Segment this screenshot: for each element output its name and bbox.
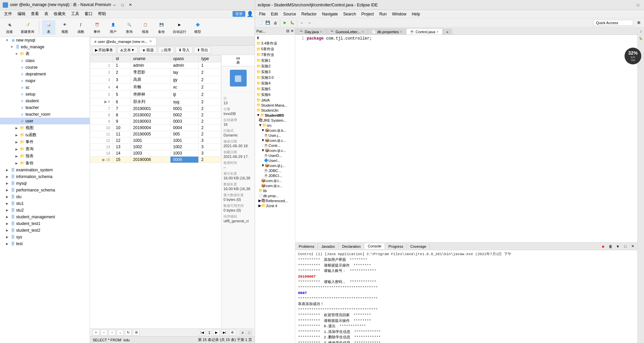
eclipse-tool-debug[interactable]: 🐛: [289, 19, 296, 26]
cell-type[interactable]: 2: [198, 76, 221, 83]
bottom-tab-coverage[interactable]: Coverage: [407, 244, 430, 249]
cell-id[interactable]: 15: [113, 157, 130, 163]
filter-btn[interactable]: ▼ 筛选: [139, 47, 157, 54]
cell-uname[interactable]: 20190004: [130, 125, 170, 131]
cell-upass[interactable]: 0006: [170, 157, 198, 163]
cell-uname[interactable]: 20190006: [130, 157, 170, 163]
cell-uname[interactable]: 李思影: [130, 69, 170, 76]
next-row-btn[interactable]: ↓: [117, 330, 123, 336]
eclipse-tool-new[interactable]: 📄: [257, 19, 264, 26]
cell-upass[interactable]: 0003: [170, 118, 198, 125]
page-settings-btn[interactable]: ⚙: [229, 330, 236, 336]
cell-id[interactable]: 2: [113, 69, 130, 76]
eclipse-menu-window[interactable]: Window: [389, 11, 409, 17]
toolbar-newquery-btn[interactable]: 📝 新建查询: [19, 20, 36, 35]
cell-type[interactable]: 2: [198, 83, 221, 91]
table-row[interactable]: 1414100310033: [90, 150, 221, 157]
pkg-item-exp6[interactable]: 📁 实验6: [256, 92, 294, 98]
cell-upass[interactable]: 0004: [170, 125, 198, 131]
cell-type[interactable]: 2: [198, 98, 221, 106]
table-row[interactable]: 882019000200022: [90, 112, 221, 118]
pkg-item-5[interactable]: 📁 5章作业: [256, 46, 294, 52]
cell-upass[interactable]: tjl: [170, 91, 198, 98]
table-row[interactable]: 22李思影lay2: [90, 69, 221, 76]
navicat-maximize-btn[interactable]: □: [119, 2, 126, 8]
cell-uname[interactable]: 1003: [130, 150, 170, 157]
table-row[interactable]: 11adminadmin1: [90, 62, 221, 69]
table-row[interactable]: 772019000100012: [90, 106, 221, 112]
cell-id[interactable]: 12: [113, 137, 130, 144]
form-view-btn[interactable]: □: [246, 330, 252, 335]
toolbar-backup-btn[interactable]: 💾 备份: [155, 20, 168, 35]
cell-uname[interactable]: 20190001: [130, 106, 170, 112]
table-row[interactable]: ▶ 15152019000600062: [90, 157, 221, 163]
cell-uname[interactable]: 20190002: [130, 112, 170, 118]
toolbar-table-btn[interactable]: 📊 表: [42, 20, 55, 35]
console-stop-btn[interactable]: ■: [600, 243, 606, 250]
eclipse-tool-print[interactable]: 🖨: [272, 19, 279, 26]
tree-queries-group[interactable]: ▶ 📁 查询: [0, 146, 90, 153]
cell-uname[interactable]: 肖畅: [130, 83, 170, 91]
cell-type[interactable]: 3: [198, 137, 221, 144]
cell-type[interactable]: 2: [198, 112, 221, 118]
pkg-item-src[interactable]: ▼📁 src: [256, 123, 294, 128]
pkg-item-jre[interactable]: 📚 JRE System...: [256, 118, 294, 123]
cell-type[interactable]: 3: [198, 144, 221, 150]
cell-upass[interactable]: 1003: [170, 150, 198, 157]
tree-table-teacher[interactable]: ≡ teacher: [0, 104, 90, 111]
pkg-explorer-close-icon[interactable]: ✕: [291, 29, 294, 33]
eclipse-menu-navigate[interactable]: Navigate: [319, 11, 340, 17]
tree-stu1[interactable]: ▶ 🗄 stu1: [0, 200, 90, 207]
tree-db[interactable]: ▼ 🗄 edu_manage: [0, 44, 90, 50]
editor-tab-more[interactable]: »: [443, 29, 452, 35]
cell-uname[interactable]: admin: [130, 62, 170, 69]
close-icon-dbprop[interactable]: ✕: [400, 30, 402, 34]
table-row[interactable]: 1111201900050052: [90, 131, 221, 137]
menu-edit[interactable]: 编辑: [15, 10, 28, 17]
cell-uname[interactable]: 1001: [130, 137, 170, 144]
cell-uname[interactable]: 1002: [130, 144, 170, 150]
bottom-tab-progress[interactable]: Progress: [385, 244, 407, 249]
tree-mysql[interactable]: ▶ 🗄 mysql: [0, 180, 90, 187]
tab-user-table[interactable]: ≡ user @edu_manage (new m... ✕: [90, 38, 156, 45]
cell-uname[interactable]: 20190003: [130, 118, 170, 125]
toolbar-event-btn[interactable]: ⏰ 事件: [90, 20, 104, 35]
cell-type[interactable]: 3: [198, 150, 221, 157]
tree-sys[interactable]: ▶ 🗄 sys: [0, 234, 90, 240]
first-page-btn[interactable]: |◀: [199, 330, 206, 336]
toolbar-query-btn[interactable]: 🔍 查询: [122, 20, 136, 35]
pkg-item-comtjlb[interactable]: ▼📦 com.tjl.b...: [256, 128, 294, 133]
tab-close-icon[interactable]: ✕: [149, 39, 152, 44]
cell-id[interactable]: 5: [113, 91, 130, 98]
pkg-item-exp2[interactable]: 📁 实验2: [256, 63, 294, 69]
pkg-item-studentms[interactable]: 📁 Student-Mana...: [256, 103, 294, 108]
next-page-btn[interactable]: ▶: [213, 330, 220, 336]
tree-table-student[interactable]: ≡ student: [0, 98, 90, 104]
eclipse-menu-project[interactable]: Project: [359, 11, 377, 17]
editor-tab-day[interactable]: ☕ Day.java ✕: [295, 28, 326, 35]
cell-id[interactable]: 8: [113, 112, 130, 118]
pkg-item-useri[interactable]: 🔷 UserI...: [256, 158, 294, 163]
tree-backups-group[interactable]: ▶ 📁 备份: [0, 160, 90, 167]
close-icon-day[interactable]: ✕: [320, 30, 323, 34]
quick-access-input[interactable]: Quick Access: [593, 20, 633, 26]
sort-btn[interactable]: ↕ 排序: [158, 47, 174, 54]
cell-upass[interactable]: 1001: [170, 137, 198, 144]
export-btn[interactable]: ⬆ 导出: [194, 47, 211, 54]
close-icon-control[interactable]: ✕: [436, 30, 439, 34]
cell-upass[interactable]: admin: [170, 62, 198, 69]
cell-upass[interactable]: 005: [170, 131, 198, 137]
delete-row-btn[interactable]: −: [101, 330, 107, 336]
navicat-minimize-btn[interactable]: ─: [111, 2, 118, 8]
cell-uname[interactable]: 20190005: [130, 131, 170, 137]
menu-table[interactable]: 表: [42, 10, 51, 17]
tree-table-sc[interactable]: ≡ sc: [0, 84, 90, 91]
pkg-item-lib[interactable]: 📁 lib: [256, 188, 294, 193]
cell-uname[interactable]: 邵永列: [130, 98, 170, 106]
table-row[interactable]: 33高原gy2: [90, 76, 221, 83]
pkg-item-exp4[interactable]: 📁 实验4: [256, 80, 294, 86]
table-row[interactable]: 10102019000400042: [90, 125, 221, 131]
pkg-item-studentmsproject[interactable]: ▼📁 StudentMS: [256, 113, 294, 118]
menu-view[interactable]: 查看: [28, 10, 42, 17]
tree-table-course[interactable]: ≡ course: [0, 64, 90, 71]
